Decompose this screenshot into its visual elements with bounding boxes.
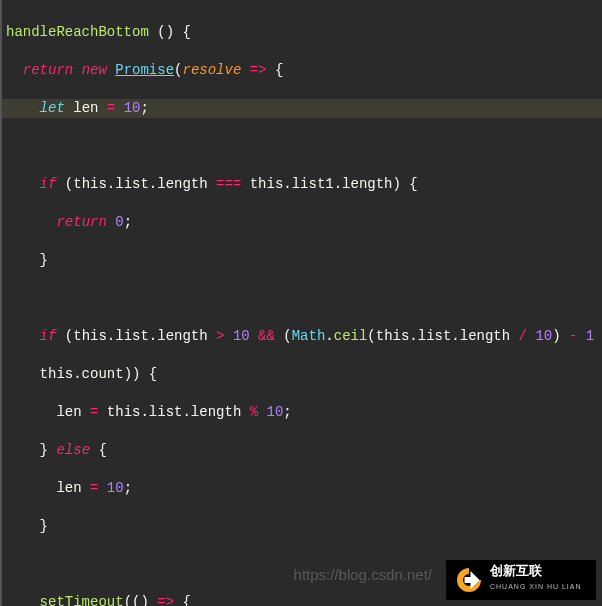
kw-let: let	[40, 100, 65, 116]
brand-en: CHUANG XIN HU LIAN	[490, 577, 582, 596]
code-editor: handleReachBottom () { return new Promis…	[0, 0, 602, 606]
promise-class: Promise	[115, 62, 174, 78]
gutter	[0, 0, 2, 606]
kw-new: new	[82, 62, 107, 78]
brand-logo: 创新互联 CHUANG XIN HU LIAN	[446, 560, 596, 600]
logo-icon	[454, 565, 484, 595]
settimeout: setTimeout	[40, 594, 124, 606]
code-text: handleReachBottom () {	[6, 24, 191, 40]
brand-cn: 创新互联	[490, 564, 582, 577]
kw-return: return	[23, 62, 73, 78]
kw-else: else	[56, 442, 90, 458]
watermark: https://blog.csdn.net/	[294, 565, 432, 584]
kw-if: if	[40, 176, 57, 192]
param: resolve	[182, 62, 241, 78]
